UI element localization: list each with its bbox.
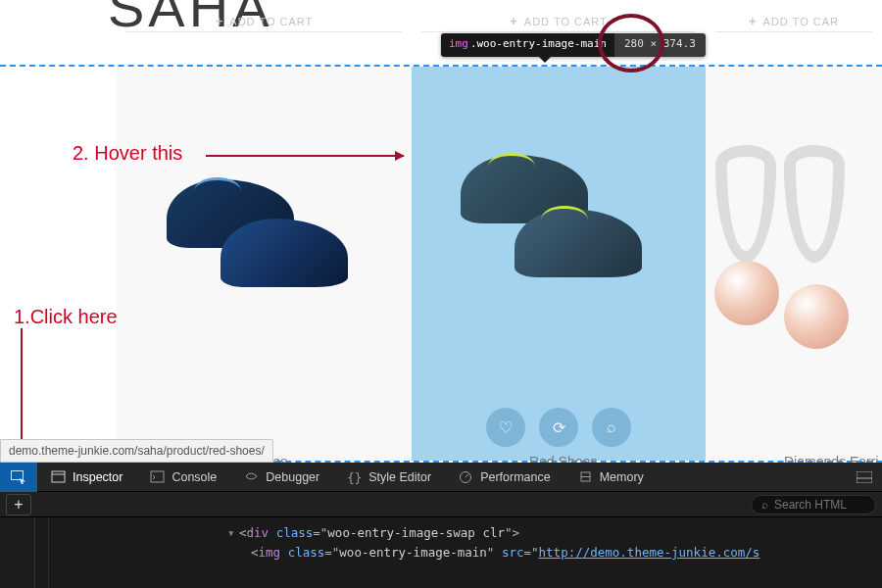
inspector-icon [51, 470, 66, 483]
add-to-cart-button[interactable]: + ADD TO CART [510, 14, 608, 28]
tab-performance[interactable]: Performance [445, 463, 564, 492]
svg-rect-3 [151, 471, 164, 482]
add-to-cart-button[interactable]: + ADD TO CAR [749, 14, 839, 28]
add-to-cart-label: ADD TO CAR [763, 16, 839, 27]
tooltip-class: .woo-entry-image-main [470, 33, 614, 57]
collapse-toggle[interactable]: ▾ [227, 523, 239, 543]
product-card-3[interactable]: + ADD TO CAR [706, 67, 882, 461]
svg-rect-8 [857, 471, 872, 483]
search-icon: ⌕ [761, 498, 768, 512]
element-info-tooltip: img .woo-entry-image-main 280 × 374.3 [441, 33, 706, 57]
tab-console[interactable]: Console [136, 463, 230, 492]
product-image[interactable] [461, 135, 657, 282]
tab-inspector[interactable]: Inspector [37, 463, 136, 492]
tab-debugger[interactable]: Debugger [230, 463, 333, 492]
console-icon [150, 470, 165, 483]
annotation-circle [598, 14, 664, 73]
product-image[interactable] [715, 145, 872, 361]
refresh-icon: ⟳ [553, 418, 565, 437]
plus-icon: + [749, 14, 758, 28]
product-card-2-highlighted[interactable]: + ADD TO CART ♡ ⟳ ⌕ [412, 67, 706, 461]
annotation-hover-arrow [206, 155, 404, 157]
toggle-split-button[interactable] [847, 463, 882, 492]
inspector-grid-overlay: + ADD TO CART + ADD TO CART ♡ ⟳ ⌕ [0, 65, 882, 463]
plus-icon: + [510, 14, 518, 28]
search-html-field[interactable]: ⌕ [751, 495, 876, 514]
devtools-tabbar: Inspector Console Debugger {} Style Edit… [0, 463, 882, 492]
svg-rect-0 [12, 470, 24, 479]
plus-icon: + [216, 14, 224, 28]
debugger-icon [244, 470, 259, 483]
devtools-panel: Inspector Console Debugger {} Style Edit… [0, 463, 882, 588]
element-picker-button[interactable] [0, 463, 37, 492]
product-image[interactable] [167, 160, 363, 307]
svg-rect-7 [581, 476, 590, 477]
tab-memory[interactable]: Memory [564, 463, 658, 492]
svg-line-5 [466, 474, 468, 477]
tooltip-tagname: img [441, 33, 470, 57]
annotation-click-text: 1.Click here [14, 306, 118, 328]
heart-icon: ♡ [499, 418, 513, 437]
quickview-button[interactable]: ⌕ [592, 408, 631, 447]
link-preview-bar: demo.theme-junkie.com/saha/product/red-s… [0, 439, 273, 463]
product-card-1[interactable]: + ADD TO CART [117, 67, 412, 461]
add-to-cart-label: ADD TO CART [229, 16, 313, 27]
devtools-subbar: + ⌕ [0, 492, 882, 517]
wishlist-button[interactable]: ♡ [486, 408, 525, 447]
style-editor-icon: {} [347, 470, 362, 483]
compare-button[interactable]: ⟳ [539, 408, 578, 447]
add-to-cart-label: ADD TO CART [524, 16, 608, 27]
memory-icon [578, 470, 593, 483]
search-icon: ⌕ [607, 418, 616, 436]
add-element-button[interactable]: + [6, 494, 31, 515]
svg-rect-1 [52, 471, 65, 482]
html-source-tree[interactable]: ▾<div class="woo-entry-image-swap clr"> … [0, 517, 882, 563]
add-to-cart-button[interactable]: + ADD TO CART [216, 14, 314, 28]
performance-icon [459, 470, 473, 483]
tab-style-editor[interactable]: {} Style Editor [333, 463, 445, 492]
annotation-hover-text: 2. Hover this [73, 142, 182, 165]
search-html-input[interactable] [774, 498, 865, 512]
